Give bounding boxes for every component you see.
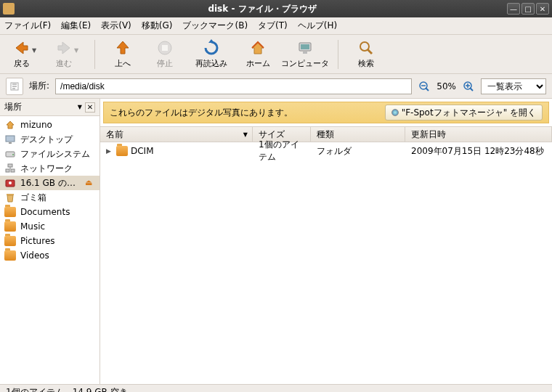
edit-location-button[interactable] <box>6 78 23 95</box>
sidebar-item[interactable]: Documents <box>0 205 100 219</box>
sidebar-close-button[interactable]: ✕ <box>85 102 95 113</box>
folder-icon <box>116 146 128 156</box>
minimize-button[interactable]: — <box>507 3 520 15</box>
titlebar: disk - ファイル・ブラウザ — □ ✕ <box>0 0 552 17</box>
menu-go[interactable]: 移動(G) <box>142 20 173 32</box>
home-icon <box>249 39 267 57</box>
app-icon <box>391 109 399 116</box>
status-text: 1個のアイテム、14.9 GB 空き <box>6 386 128 393</box>
sidebar-item-label: Pictures <box>20 236 95 246</box>
sidebar-item-label: ゴミ箱 <box>20 192 95 204</box>
location-bar: 場所: 50% 一覧表示 <box>0 74 552 99</box>
sidebar-item[interactable]: デスクトップ <box>0 132 100 147</box>
sidebar-item[interactable]: Music <box>0 219 100 234</box>
svg-rect-1 <box>162 45 168 51</box>
sidebar-item[interactable]: 16.1 GB のメデ...⏏ <box>0 176 100 190</box>
sidebar-item[interactable]: ファイルシステム <box>0 147 100 161</box>
home-icon <box>4 119 16 131</box>
svg-rect-16 <box>9 142 12 144</box>
menu-tabs[interactable]: タブ(T) <box>258 20 288 32</box>
home-button[interactable]: ホーム <box>239 37 277 72</box>
sidebar-item-label: ファイルシステム <box>20 148 95 160</box>
file-size: 1個のアイテム <box>253 139 311 163</box>
sort-indicator-icon: ▼ <box>243 131 248 138</box>
sidebar-item-label: Documents <box>20 207 95 217</box>
sidebar-item-label: デスクトップ <box>20 134 95 146</box>
back-icon <box>13 39 31 57</box>
trash-icon <box>4 192 16 203</box>
column-name[interactable]: 名前▼ <box>100 127 253 142</box>
up-button[interactable]: 上へ <box>104 37 142 72</box>
file-date: 2009年07月15日 12時23分48秒 <box>405 145 552 158</box>
sidebar-item-label: Music <box>20 221 95 232</box>
sidebar-item-label: mizuno <box>20 120 95 130</box>
file-type: フォルダ <box>311 145 405 158</box>
network-icon <box>4 163 16 174</box>
folder-icon <box>4 206 16 218</box>
svg-line-14 <box>470 88 473 91</box>
zoom-in-button[interactable] <box>462 80 475 93</box>
column-type[interactable]: 種類 <box>311 127 405 142</box>
chevron-down-icon[interactable]: ▼ <box>78 104 82 110</box>
forward-button[interactable]: 進む ▼ <box>48 37 86 72</box>
open-fspot-button[interactable]: "F-Spotフォトマネージャ" を開く <box>385 105 543 121</box>
desktop-icon <box>4 134 16 145</box>
sidebar-item[interactable]: mizuno <box>0 118 100 132</box>
close-button[interactable]: ✕ <box>536 3 549 15</box>
folder-icon <box>4 235 16 247</box>
forward-icon <box>55 39 73 57</box>
chevron-down-icon[interactable]: ▼ <box>74 47 78 54</box>
menu-help[interactable]: ヘルプ(H) <box>298 20 337 32</box>
info-message: これらのファイルはデジタル写真にあります。 <box>110 107 385 119</box>
zoom-out-button[interactable] <box>418 80 431 93</box>
sidebar-title: 場所 <box>4 101 75 113</box>
menu-bookmarks[interactable]: ブックマーク(B) <box>182 20 248 32</box>
search-icon <box>357 39 375 57</box>
folder-icon <box>4 221 16 232</box>
zoom-level: 50% <box>437 81 456 91</box>
file-row[interactable]: ▶DCIM1個のアイテムフォルダ2009年07月15日 12時23分48秒 <box>100 142 552 160</box>
expander-icon[interactable]: ▶ <box>106 147 113 155</box>
separator <box>94 40 95 69</box>
computer-button[interactable]: コンピュータ <box>281 37 329 72</box>
window-title: disk - ファイル・ブラウザ <box>19 3 506 15</box>
menu-edit[interactable]: 編集(E) <box>61 20 91 32</box>
column-size[interactable]: サイズ <box>253 127 311 142</box>
drive-icon <box>4 148 16 160</box>
menu-view[interactable]: 表示(V) <box>101 20 131 32</box>
sidebar-item[interactable]: ゴミ箱 <box>0 190 100 205</box>
content-area: これらのファイルはデジタル写真にあります。 "F-Spotフォトマネージャ" を… <box>100 99 552 384</box>
sidebar-header: 場所 ▼ ✕ <box>0 99 100 116</box>
stop-button[interactable]: 停止 <box>146 37 184 72</box>
sidebar-item-label: 16.1 GB のメデ... <box>20 177 81 189</box>
view-mode-select[interactable]: 一覧表示 <box>481 78 546 94</box>
svg-line-10 <box>426 88 429 91</box>
info-bar: これらのファイルはデジタル写真にあります。 "F-Spotフォトマネージャ" を… <box>103 102 549 123</box>
menu-file[interactable]: ファイル(F) <box>4 20 51 32</box>
sidebar-item[interactable]: ネットワーク <box>0 161 100 176</box>
svg-point-18 <box>12 154 14 155</box>
svg-rect-15 <box>6 136 15 142</box>
svg-rect-19 <box>6 169 9 172</box>
sidebar-item[interactable]: Videos <box>0 248 100 263</box>
column-headers: 名前▼ サイズ 種類 更新日時 <box>100 126 552 142</box>
sidebar-item[interactable]: Pictures <box>0 234 100 248</box>
eject-icon[interactable]: ⏏ <box>85 178 95 188</box>
column-date[interactable]: 更新日時 <box>405 127 552 142</box>
path-input[interactable] <box>55 78 412 94</box>
sidebar-list: mizunoデスクトップファイルシステムネットワーク16.1 GB のメデ...… <box>0 116 100 384</box>
file-name: DCIM <box>131 146 154 156</box>
chevron-down-icon[interactable]: ▼ <box>32 47 36 54</box>
svg-rect-21 <box>8 164 12 167</box>
search-button[interactable]: 検索 <box>347 37 385 72</box>
maximize-button[interactable]: □ <box>521 3 535 15</box>
svg-rect-20 <box>11 169 15 172</box>
file-list[interactable]: ▶DCIM1個のアイテムフォルダ2009年07月15日 12時23分48秒 <box>100 142 552 384</box>
folder-icon <box>3 3 15 15</box>
svg-rect-25 <box>7 194 14 195</box>
back-button[interactable]: 戻る ▼ <box>6 37 44 72</box>
separator <box>338 40 338 69</box>
svg-rect-4 <box>303 52 307 54</box>
svg-rect-3 <box>301 44 309 49</box>
reload-button[interactable]: 再読込み <box>188 37 235 72</box>
